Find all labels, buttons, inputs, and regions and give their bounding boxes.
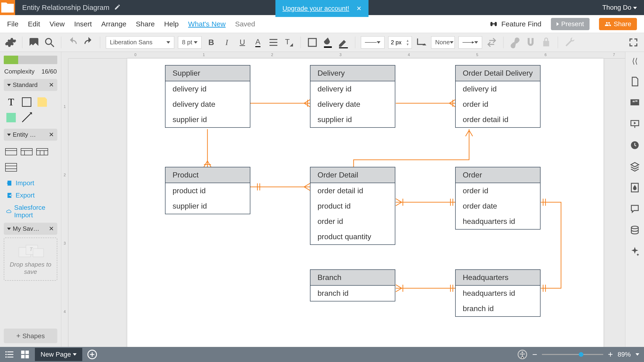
accessibility-button[interactable]: [517, 349, 528, 360]
entity-headquarters[interactable]: Headquarters headquarters id branch id: [455, 270, 540, 317]
close-upgrade-button[interactable]: ✕: [356, 5, 362, 12]
database-icon: [630, 225, 640, 235]
undo-button[interactable]: [67, 36, 79, 48]
underline-button[interactable]: U: [236, 36, 248, 48]
dock-page-button[interactable]: [630, 76, 640, 87]
fullscreen-button[interactable]: [628, 36, 639, 48]
add-page-button[interactable]: [87, 349, 97, 360]
document-title[interactable]: Entity Relationship Diagram: [22, 4, 110, 12]
entity-delivery[interactable]: Delivery delivery id delivery date suppl…: [310, 65, 395, 128]
swap-ends-button[interactable]: [486, 36, 498, 48]
menu-share[interactable]: Share: [136, 20, 155, 28]
erd-shape-3[interactable]: [36, 146, 48, 158]
layers-icon: [630, 161, 640, 172]
dock-actions-button[interactable]: [630, 246, 640, 256]
settings-button[interactable]: [5, 36, 16, 48]
redo-button[interactable]: [82, 36, 94, 48]
entity-field: delivery id: [166, 81, 250, 97]
section-entity[interactable]: Entity … ✕: [4, 129, 57, 141]
user-menu[interactable]: Thong Do: [602, 4, 637, 11]
line-width-input[interactable]: 2 px▲▼: [388, 36, 412, 48]
page[interactable]: Supplier delivery id delivery date suppl…: [127, 58, 604, 347]
section-mysaved[interactable]: My Sav… ✕: [4, 223, 57, 235]
image-button[interactable]: [28, 36, 40, 48]
entity-supplier[interactable]: Supplier delivery id delivery date suppl…: [165, 65, 250, 128]
dock-comment-button[interactable]: ❝❞: [630, 98, 640, 108]
menu-whatsnew[interactable]: What's New: [188, 20, 226, 28]
present-button[interactable]: Present: [551, 18, 590, 30]
pencil-icon: [114, 4, 121, 10]
shapes-button[interactable]: + Shapes: [4, 328, 57, 343]
dock-chat-button[interactable]: [630, 204, 640, 214]
erd-shape-1[interactable]: [5, 146, 17, 158]
line-style-select[interactable]: [361, 36, 384, 48]
zoom-out-button[interactable]: −: [532, 350, 537, 360]
italic-button[interactable]: I: [221, 36, 233, 48]
import-link[interactable]: Import: [4, 178, 57, 188]
bold-button[interactable]: B: [205, 36, 217, 48]
erd-shape-4[interactable]: [5, 162, 17, 173]
collapse-dock-button[interactable]: ⟨⟨: [632, 56, 638, 66]
chevron-down-icon: [636, 353, 639, 356]
salesforce-import-link[interactable]: Salesforce Import: [4, 203, 57, 220]
close-icon[interactable]: ✕: [49, 131, 54, 138]
wrench-button[interactable]: [564, 36, 576, 48]
outline-button[interactable]: [5, 349, 15, 360]
dock-data-button[interactable]: [630, 225, 640, 235]
feature-find[interactable]: Feature Find: [489, 20, 542, 28]
text-options-button[interactable]: T◢: [283, 36, 295, 48]
entity-branch[interactable]: Branch branch id: [310, 270, 395, 302]
dock-layers-button[interactable]: [630, 161, 640, 172]
entity-order[interactable]: Order order id order date headquarters i…: [455, 167, 540, 230]
dock-history-button[interactable]: [630, 140, 640, 150]
font-size-select[interactable]: 8 pt: [178, 36, 202, 48]
zoom-level[interactable]: 89%: [618, 351, 631, 358]
dock-present-button[interactable]: [630, 119, 640, 129]
line-shape[interactable]: [21, 112, 32, 124]
arrow-select[interactable]: [458, 36, 482, 48]
menu-edit[interactable]: Edit: [28, 20, 40, 28]
zoom-in-button[interactable]: +: [608, 350, 613, 360]
close-icon[interactable]: ✕: [49, 225, 54, 232]
text-color-button[interactable]: A: [252, 36, 264, 48]
menu-view[interactable]: View: [50, 20, 64, 28]
erd-shape-2[interactable]: [21, 146, 32, 158]
entity-product[interactable]: Product product id supplier id: [165, 167, 250, 214]
close-icon[interactable]: ✕: [49, 81, 54, 88]
hotspot-shape[interactable]: [5, 112, 17, 124]
canvas[interactable]: Supplier delivery id delivery date suppl…: [68, 58, 606, 342]
export-link[interactable]: Export: [4, 191, 57, 200]
menu-file[interactable]: File: [7, 20, 18, 28]
search-button[interactable]: [44, 36, 56, 48]
line-type-button[interactable]: [416, 36, 427, 48]
menu-arrange[interactable]: Arrange: [101, 20, 126, 28]
upgrade-banner[interactable]: Upgrade your account! ✕: [275, 0, 368, 17]
page-tab[interactable]: New Page: [35, 348, 82, 361]
line-end-select[interactable]: None: [431, 36, 455, 48]
saved-shapes-dropzone[interactable]: T Drop shapes to save: [4, 238, 57, 281]
grid-view-button[interactable]: [20, 349, 30, 360]
entity-order-detail-delivery[interactable]: Order Detail Delivery delivery id order …: [455, 65, 540, 128]
magnet-button[interactable]: [525, 36, 536, 48]
dock-master-button[interactable]: [630, 182, 640, 193]
font-select[interactable]: Liberation Sans: [106, 36, 174, 48]
menu-help[interactable]: Help: [164, 20, 179, 28]
zoom-slider[interactable]: [542, 354, 603, 355]
shape-style-button[interactable]: [306, 36, 318, 48]
border-color-button[interactable]: [338, 36, 349, 48]
fill-button[interactable]: [322, 36, 334, 48]
note-shape[interactable]: [36, 96, 48, 108]
menu-insert[interactable]: Insert: [74, 20, 92, 28]
align-button[interactable]: [268, 36, 279, 48]
text-shape[interactable]: T: [5, 96, 17, 108]
lock-button[interactable]: [540, 36, 552, 48]
home-folder-button[interactable]: [0, 0, 15, 15]
share-button[interactable]: Share: [599, 18, 637, 30]
fullscreen-icon: [628, 36, 639, 48]
section-standard[interactable]: Standard ✕: [4, 79, 57, 91]
edit-title-button[interactable]: [114, 4, 121, 11]
link-button[interactable]: [509, 36, 521, 48]
block-shape[interactable]: [21, 96, 32, 108]
entity-order-detail[interactable]: Order Detail order detail id product id …: [310, 167, 395, 245]
chevron-down-icon: [194, 41, 198, 44]
